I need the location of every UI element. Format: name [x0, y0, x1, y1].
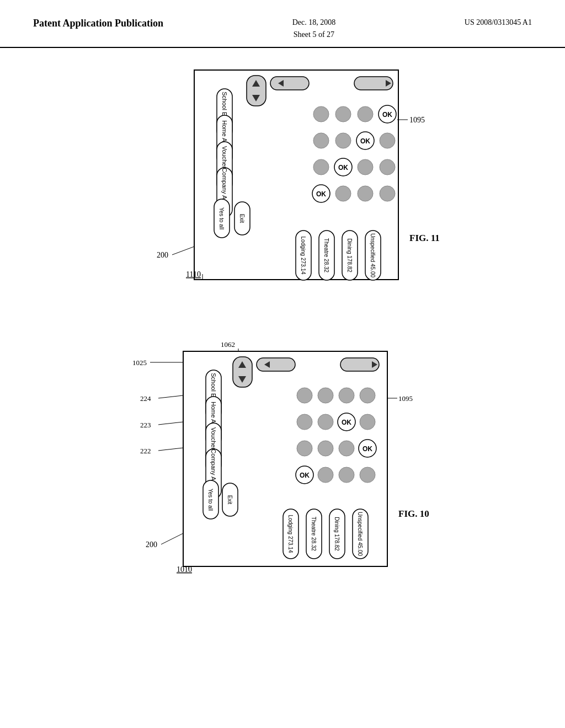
svg-text:Unspecified 45.00: Unspecified 45.00 — [370, 233, 376, 277]
svg-point-71 — [297, 414, 312, 430]
svg-point-35 — [358, 186, 373, 201]
svg-text:1110: 1110 — [186, 270, 201, 279]
svg-text:OK: OK — [360, 137, 370, 145]
svg-point-80 — [339, 441, 354, 456]
svg-text:Yes to all: Yes to all — [207, 489, 214, 511]
fig10-label: FIG. 10 — [398, 508, 429, 519]
svg-text:OK: OK — [342, 419, 351, 426]
svg-point-78 — [297, 441, 312, 456]
svg-point-72 — [318, 414, 333, 430]
svg-point-65 — [297, 388, 312, 403]
svg-point-67 — [339, 388, 354, 403]
svg-text:Lodging 273.14: Lodging 273.14 — [287, 515, 294, 553]
svg-text:OK: OK — [316, 190, 326, 198]
svg-text:Theatre 28.32: Theatre 28.32 — [323, 238, 329, 273]
svg-text:200: 200 — [157, 251, 168, 259]
svg-point-68 — [360, 388, 375, 403]
svg-rect-59 — [257, 358, 295, 371]
figure-11-container: School Expense OK Home Account OK — [117, 59, 448, 324]
svg-text:Unspecified 45.00: Unspecified 45.00 — [357, 512, 363, 556]
main-content: School Expense OK Home Account OK — [0, 48, 565, 633]
svg-point-89 — [360, 467, 375, 483]
publication-title: Patent Application Publication — [33, 17, 163, 30]
svg-point-13 — [358, 106, 373, 122]
page-header: Patent Application Publication Dec. 18, … — [0, 0, 565, 48]
svg-rect-4 — [270, 77, 309, 90]
svg-point-19 — [335, 133, 351, 148]
svg-line-104 — [158, 395, 183, 398]
svg-text:Yes to all: Yes to all — [218, 207, 225, 229]
figure-11-svg: School Expense OK Home Account OK — [117, 59, 448, 324]
svg-text:OK: OK — [363, 445, 372, 453]
svg-text:OK: OK — [338, 164, 348, 172]
ref-1095-fig10: 1095 — [398, 394, 413, 403]
svg-rect-56 — [233, 357, 252, 387]
ref-224: 224 — [140, 394, 151, 403]
sheet-info: Dec. 18, 2008 Sheet 5 of 27 — [292, 17, 336, 41]
svg-point-29 — [380, 159, 395, 175]
ref-222: 222 — [140, 447, 151, 455]
figure-10-svg: School Expense Home Account OK Voucher A… — [117, 335, 448, 627]
svg-text:1095: 1095 — [409, 116, 425, 124]
svg-text:Dining 178.82: Dining 178.82 — [347, 238, 353, 272]
svg-text:OK: OK — [382, 111, 392, 119]
fig11-label: FIG. 11 — [409, 233, 440, 243]
svg-point-22 — [380, 133, 395, 148]
ref-223: 223 — [140, 421, 151, 429]
svg-point-66 — [318, 388, 333, 403]
svg-point-36 — [380, 186, 395, 201]
svg-point-11 — [313, 106, 329, 122]
svg-point-75 — [360, 414, 375, 430]
ref-200-fig10: 200 — [146, 540, 157, 549]
svg-text:Lodging 273.14: Lodging 273.14 — [300, 236, 306, 274]
svg-text:Theatre 28.32: Theatre 28.32 — [311, 517, 317, 552]
svg-text:OK: OK — [300, 472, 310, 479]
ref-1010: 1010 — [177, 565, 192, 574]
svg-point-87 — [318, 467, 333, 483]
svg-point-12 — [335, 106, 351, 122]
svg-point-88 — [339, 467, 354, 483]
svg-point-34 — [335, 186, 351, 201]
svg-line-107 — [161, 533, 183, 544]
svg-line-50 — [172, 247, 194, 255]
svg-text:Exit: Exit — [227, 495, 233, 504]
svg-point-25 — [313, 159, 329, 175]
figure-10-container: School Expense Home Account OK Voucher A… — [117, 335, 448, 622]
ref-1062: 1062 — [221, 340, 235, 349]
svg-point-28 — [358, 159, 373, 175]
svg-line-106 — [158, 448, 183, 451]
svg-text:Dining 178.82: Dining 178.82 — [334, 517, 340, 551]
svg-line-105 — [158, 422, 183, 425]
svg-point-18 — [313, 133, 329, 148]
svg-text:Exit: Exit — [239, 213, 245, 223]
svg-rect-1 — [247, 76, 266, 106]
ref-1025: 1025 — [132, 358, 147, 367]
patent-number: US 2008/0313045 A1 — [465, 17, 532, 29]
svg-point-79 — [318, 441, 333, 456]
